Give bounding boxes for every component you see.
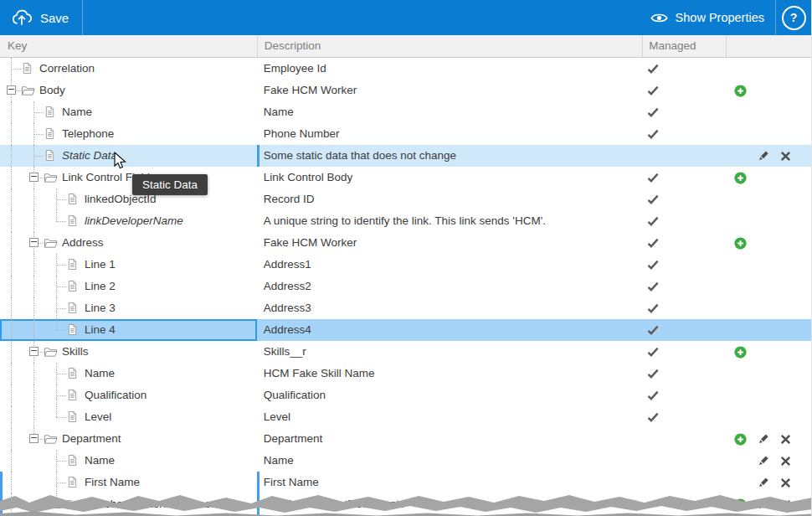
show-properties-button[interactable]: Show Properties <box>640 0 775 35</box>
description-cell[interactable]: Name <box>257 101 643 123</box>
managed-cell[interactable] <box>642 406 726 428</box>
key-cell[interactable]: Name <box>0 101 257 123</box>
table-row[interactable]: linkedObjectIdRecord ID <box>0 188 811 210</box>
key-cell[interactable]: Body <box>0 80 257 101</box>
key-cell[interactable]: Qualification <box>0 384 257 406</box>
table-row[interactable]: Line 2Address2 <box>0 276 811 297</box>
managed-cell[interactable] <box>642 167 726 188</box>
key-cell[interactable]: Line 2 <box>0 276 257 297</box>
collapse-toggle[interactable] <box>7 85 16 95</box>
table-row[interactable]: NameName <box>0 101 811 123</box>
tree-connector <box>33 134 44 135</box>
key-cell[interactable]: Line 1 <box>0 254 257 276</box>
description-cell[interactable]: Department <box>257 428 643 450</box>
delete-row-button[interactable] <box>779 477 792 489</box>
key-cell[interactable]: Correlation <box>0 58 257 80</box>
delete-row-button[interactable] <box>779 433 792 446</box>
edit-row-button[interactable] <box>757 433 769 446</box>
managed-cell[interactable] <box>642 276 726 297</box>
table-row[interactable]: linkDeveloperNameA unique string to iden… <box>0 210 811 232</box>
description-cell[interactable]: Address2 <box>257 276 643 297</box>
table-row[interactable]: TelephonePhone Number <box>0 123 811 145</box>
key-cell[interactable]: Department <box>0 428 257 450</box>
key-cell[interactable]: Name <box>0 363 257 384</box>
save-button[interactable]: Save <box>0 0 82 35</box>
description-cell[interactable]: Address3 <box>257 297 643 319</box>
managed-cell[interactable] <box>642 450 726 472</box>
key-cell[interactable]: Telephone <box>0 123 257 145</box>
description-cell[interactable]: Level <box>257 406 643 428</box>
description-cell[interactable]: Skills__r <box>257 341 643 363</box>
table-row[interactable]: DepartmentDepartment <box>0 428 811 450</box>
description-cell[interactable]: Phone Number <box>257 123 643 145</box>
description-cell[interactable]: HCM Fake Skill Name <box>257 363 643 384</box>
description-cell[interactable]: Fake HCM Worker <box>257 80 643 101</box>
edit-row-button[interactable] <box>757 150 769 163</box>
collapse-toggle[interactable] <box>29 347 39 356</box>
key-cell[interactable]: Level <box>0 406 257 428</box>
description-cell[interactable]: Address1 <box>257 254 643 276</box>
description-cell[interactable]: Name <box>257 450 643 472</box>
table-row[interactable]: QualificationQualification <box>0 384 811 406</box>
cloud-upload-icon <box>11 8 33 28</box>
description-cell[interactable]: Qualification <box>257 384 643 406</box>
key-cell[interactable]: Skills <box>0 341 257 363</box>
key-cell[interactable]: Line 3 <box>0 297 257 319</box>
edit-row-button[interactable] <box>757 455 769 467</box>
help-button[interactable]: ? <box>776 0 811 35</box>
table-row[interactable]: NameHCM Fake Skill Name <box>0 363 811 384</box>
managed-cell[interactable] <box>642 101 726 123</box>
table-row[interactable]: Line 3Address3 <box>0 297 811 319</box>
table-row[interactable]: BodyFake HCM Worker <box>0 80 811 101</box>
description-cell[interactable]: A unique string to identify the link. Th… <box>257 210 643 232</box>
managed-cell[interactable] <box>642 123 726 145</box>
tree-guide <box>11 232 12 254</box>
managed-cell[interactable] <box>642 384 726 406</box>
delete-row-button[interactable] <box>779 150 792 163</box>
managed-cell[interactable] <box>642 254 726 276</box>
description-cell[interactable]: Link Control Body <box>257 167 643 188</box>
add-row-button[interactable] <box>734 346 747 359</box>
managed-cell[interactable] <box>642 428 726 450</box>
table-row[interactable]: Line 4Address4 <box>0 319 811 341</box>
table-row[interactable]: LevelLevel <box>0 406 811 428</box>
add-row-button[interactable] <box>734 433 747 446</box>
managed-cell[interactable] <box>642 80 726 101</box>
key-cell[interactable]: linkedObjectId <box>0 188 257 210</box>
collapse-toggle[interactable] <box>29 173 39 182</box>
key-cell[interactable]: linkDeveloperName <box>0 210 257 232</box>
description-cell[interactable]: Some static data that does not change <box>257 145 643 167</box>
description-cell[interactable]: Record ID <box>257 188 643 210</box>
actions-cell <box>726 145 811 167</box>
table-row[interactable]: SkillsSkills__r <box>0 341 811 363</box>
managed-cell[interactable] <box>642 297 726 319</box>
document-icon <box>22 62 33 75</box>
description-cell[interactable]: Employee Id <box>257 58 643 80</box>
collapse-toggle[interactable] <box>29 238 39 247</box>
managed-cell[interactable] <box>642 319 726 341</box>
collapse-toggle[interactable] <box>29 434 39 443</box>
table-row[interactable]: AddressFake HCM Worker <box>0 232 811 254</box>
checkmark-icon <box>646 302 660 315</box>
managed-cell[interactable] <box>642 210 726 232</box>
add-row-button[interactable] <box>734 172 747 184</box>
add-row-button[interactable] <box>734 237 747 250</box>
managed-cell[interactable] <box>642 188 726 210</box>
delete-row-button[interactable] <box>779 455 792 467</box>
edit-row-button[interactable] <box>757 477 769 489</box>
description-cell[interactable]: Fake HCM Worker <box>257 232 643 254</box>
managed-cell[interactable] <box>642 58 726 80</box>
managed-cell[interactable] <box>642 363 726 384</box>
managed-cell[interactable] <box>642 232 726 254</box>
key-cell[interactable]: Name <box>0 450 257 472</box>
tree-guide <box>11 384 12 406</box>
key-cell[interactable]: Address <box>0 232 257 254</box>
table-row[interactable]: CorrelationEmployee Id <box>0 58 811 80</box>
key-cell[interactable]: Line 4 <box>0 319 257 341</box>
managed-cell[interactable] <box>642 145 726 167</box>
add-row-button[interactable] <box>734 85 747 97</box>
managed-cell[interactable] <box>642 341 726 363</box>
table-row[interactable]: NameName <box>0 450 811 472</box>
table-row[interactable]: Line 1Address1 <box>0 254 811 276</box>
description-cell[interactable]: Address4 <box>257 319 643 341</box>
